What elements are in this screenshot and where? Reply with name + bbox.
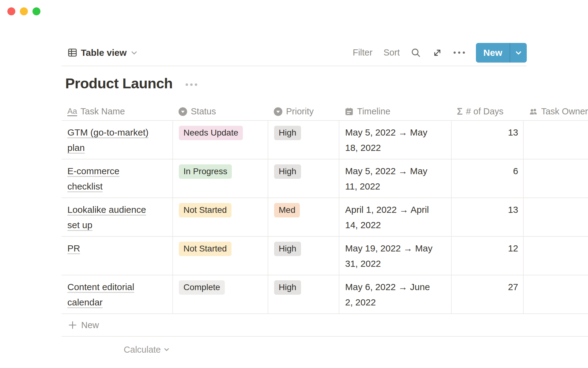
- minimize-window-button[interactable]: [20, 7, 28, 15]
- add-row-button[interactable]: New: [62, 314, 588, 337]
- cell-timeline[interactable]: May 6, 2022 → June 2, 2022: [339, 275, 451, 313]
- expand-button[interactable]: [432, 48, 443, 58]
- cell-status[interactable]: Needs Update: [172, 121, 268, 159]
- cell-priority[interactable]: High: [268, 275, 339, 313]
- database-toolbar: Table view Filter Sort New: [62, 40, 527, 66]
- cell-task-owner[interactable]: [523, 275, 588, 313]
- table-row: PR Not Started High May 19, 2022 → May 3…: [62, 237, 588, 275]
- chevron-down-icon: [163, 346, 170, 353]
- table-view-icon: [68, 48, 77, 57]
- status-badge: Not Started: [179, 242, 232, 256]
- cell-priority[interactable]: High: [268, 159, 339, 197]
- column-header-status[interactable]: Status: [172, 103, 268, 120]
- priority-badge: High: [274, 280, 301, 295]
- priority-badge: High: [274, 242, 301, 256]
- column-header-days[interactable]: Σ # of Days: [451, 103, 523, 120]
- cell-days[interactable]: 13: [451, 198, 523, 236]
- more-options-button[interactable]: [454, 52, 465, 54]
- select-icon: [178, 107, 187, 116]
- table-footer: Calculate: [62, 337, 588, 362]
- plus-icon: [68, 320, 77, 330]
- text-icon: Aa: [67, 107, 77, 116]
- cell-task-name[interactable]: E-commerce checklist: [62, 159, 172, 197]
- cell-priority[interactable]: Med: [268, 198, 339, 236]
- chevron-down-icon: [130, 49, 138, 56]
- cell-task-owner[interactable]: [523, 237, 588, 275]
- priority-badge: High: [274, 164, 301, 179]
- cell-task-owner[interactable]: [523, 198, 588, 236]
- cell-timeline[interactable]: April 1, 2022 → April 14, 2022: [339, 198, 451, 236]
- view-name-label: Table view: [81, 48, 127, 58]
- calendar-icon: [345, 107, 354, 116]
- cell-status[interactable]: Not Started: [172, 237, 268, 275]
- new-button-dropdown[interactable]: [510, 43, 527, 63]
- expand-icon: [432, 48, 443, 58]
- column-header-task-name[interactable]: Aa Task Name: [62, 103, 172, 120]
- cell-priority[interactable]: High: [268, 237, 339, 275]
- status-badge: Not Started: [179, 203, 232, 217]
- table-row: E-commerce checklist In Progress High Ma…: [62, 159, 588, 198]
- title-more-button[interactable]: [186, 81, 197, 86]
- cell-status[interactable]: Complete: [172, 275, 268, 313]
- zoom-window-button[interactable]: [32, 7, 40, 15]
- cell-task-name[interactable]: GTM (go-to-market) plan: [62, 121, 172, 159]
- cell-timeline[interactable]: May 5, 2022 → May 18, 2022: [339, 121, 451, 159]
- cell-task-owner[interactable]: [523, 121, 588, 159]
- cell-priority[interactable]: High: [268, 121, 339, 159]
- search-button[interactable]: [411, 48, 421, 58]
- status-badge: Complete: [179, 280, 225, 295]
- cell-status[interactable]: In Progress: [172, 159, 268, 197]
- chevron-down-icon: [514, 49, 522, 57]
- table-row: Lookalike audience set up Not Started Me…: [62, 198, 588, 237]
- cell-days[interactable]: 6: [451, 159, 523, 197]
- table-view-switcher[interactable]: Table view: [68, 48, 138, 58]
- cell-timeline[interactable]: May 19, 2022 → May 31, 2022: [339, 237, 451, 275]
- page-title: Product Launch: [65, 75, 173, 92]
- cell-days[interactable]: 12: [451, 237, 523, 275]
- table-row: GTM (go-to-market) plan Needs Update Hig…: [62, 121, 588, 159]
- calculate-button[interactable]: Calculate: [62, 337, 172, 362]
- cell-task-name[interactable]: Content editorial calendar: [62, 275, 172, 313]
- sort-button[interactable]: Sort: [383, 48, 400, 58]
- close-window-button[interactable]: [7, 7, 15, 15]
- priority-badge: Med: [274, 203, 300, 217]
- cell-timeline[interactable]: May 5, 2022 → May 11, 2022: [339, 159, 451, 197]
- new-button-group: New: [476, 43, 527, 63]
- cell-task-name[interactable]: PR: [62, 237, 172, 275]
- window-controls: [7, 7, 40, 15]
- column-header-timeline[interactable]: Timeline: [339, 103, 451, 120]
- sum-icon: Σ: [457, 106, 463, 117]
- cell-status[interactable]: Not Started: [172, 198, 268, 236]
- filter-button[interactable]: Filter: [353, 48, 372, 58]
- column-header-priority[interactable]: Priority: [268, 103, 339, 120]
- status-badge: Needs Update: [179, 126, 243, 140]
- cell-task-name[interactable]: Lookalike audience set up: [62, 198, 172, 236]
- database-table: Aa Task Name Status Priority: [62, 103, 588, 362]
- more-icon: [186, 83, 188, 86]
- cell-task-owner[interactable]: [523, 159, 588, 197]
- cell-days[interactable]: 13: [451, 121, 523, 159]
- status-badge: In Progress: [179, 164, 232, 179]
- cell-days[interactable]: 27: [451, 275, 523, 313]
- new-button[interactable]: New: [476, 43, 510, 63]
- column-header-task-owner[interactable]: Task Owner: [523, 103, 588, 120]
- table-header-row: Aa Task Name Status Priority: [62, 103, 588, 121]
- more-icon: [454, 52, 456, 54]
- people-icon: [529, 107, 538, 117]
- priority-badge: High: [274, 126, 301, 140]
- select-icon: [273, 107, 283, 116]
- table-row: Content editorial calendar Complete High…: [62, 275, 588, 314]
- search-icon: [411, 48, 421, 58]
